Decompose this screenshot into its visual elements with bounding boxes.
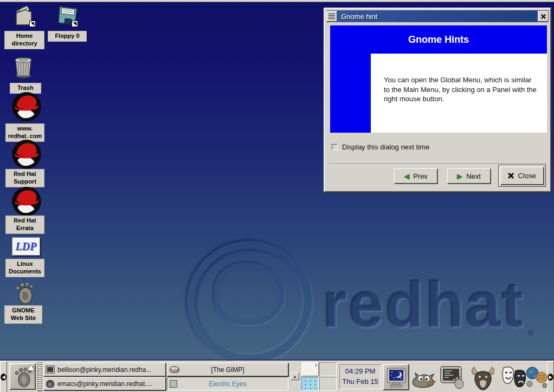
- screen-top-edge: [0, 0, 554, 2]
- close-x-icon: [508, 173, 514, 179]
- redhat-errata-label[interactable]: Red Hat Errata: [5, 215, 44, 234]
- close-button[interactable]: Close: [500, 167, 544, 185]
- redhat-logo-icon: [11, 139, 42, 170]
- panel-hide-right-button[interactable]: ▶: [547, 361, 554, 392]
- solar-system-launcher[interactable]: [525, 365, 549, 390]
- redhat-logo-icon: [11, 91, 42, 122]
- hide-left-arrow-icon: ◀: [1, 374, 7, 381]
- gnu-emacs-icon: [46, 380, 54, 388]
- floppy-label[interactable]: Floppy 0: [48, 31, 87, 42]
- close-x-icon: [541, 14, 546, 19]
- screensaver-monitor-icon: [385, 367, 407, 388]
- emacs-launcher[interactable]: [468, 365, 498, 391]
- gnome-main-menu-button[interactable]: [9, 363, 36, 390]
- shortcut-arrow-badge: ◥: [72, 21, 78, 27]
- terminal-with-foot-icon: [440, 365, 466, 389]
- pager-desktop-2[interactable]: [319, 362, 337, 376]
- close-button-label: Close: [518, 172, 536, 180]
- gnome-hint-dialog: Gnome hint Gnome Hints You can open the …: [324, 8, 551, 192]
- screensaver-applet-button[interactable]: [383, 364, 409, 390]
- redhat-watermark-reg: ®: [529, 329, 534, 338]
- trash-can-icon: [11, 54, 37, 80]
- window-menu-icon: [328, 14, 335, 19]
- ldp-icon[interactable]: LDP: [12, 237, 40, 256]
- hint-header: Gnome Hints: [330, 25, 547, 54]
- next-button[interactable]: ▶ Next: [447, 168, 491, 184]
- gimp-wilber-icon: [411, 365, 436, 388]
- gnome-website-icon[interactable]: [11, 279, 37, 305]
- panel-hide-left-button[interactable]: ◀: [0, 361, 7, 392]
- gimp-wilber-icon: [170, 366, 179, 373]
- planets-icon: [525, 365, 548, 389]
- hide-right-arrow-icon: ▶: [547, 374, 553, 381]
- prev-button-label: Prev: [413, 172, 428, 180]
- hint-body: You can open the Global Menu, which is s…: [371, 54, 547, 133]
- task-emacs[interactable]: emacs@pinky.meridian.redhat....: [43, 377, 166, 390]
- redhat-logo-icon: [11, 186, 42, 217]
- gnome-website-label[interactable]: GNOME Web Site: [4, 305, 42, 324]
- task-label: emacs@pinky.meridian.redhat....: [57, 380, 152, 388]
- redhat-support-icon[interactable]: [11, 139, 42, 170]
- task-the-gimp[interactable]: [The GIMP]: [167, 363, 288, 376]
- linux-documents-label[interactable]: Linux Documents: [5, 259, 44, 277]
- redhat-errata-icon[interactable]: [11, 186, 42, 217]
- dialog-title: Gnome hint: [341, 12, 538, 21]
- gnu-head-icon: [469, 365, 497, 391]
- gimp-launcher[interactable]: [411, 365, 436, 389]
- pager-desktop-3[interactable]: [301, 377, 319, 391]
- clock-applet[interactable]: 04:29 PM Thu Feb 15: [339, 364, 381, 389]
- redhat-watermark-shadowman: [214, 263, 285, 325]
- shortcut-arrow-badge: ◥: [29, 21, 36, 27]
- task-electric-eyes[interactable]: Electric Eyes: [167, 377, 288, 390]
- floppy-icon[interactable]: ◥: [56, 3, 79, 28]
- tasklist-expand-button[interactable]: ▲: [291, 373, 299, 380]
- prev-arrow-icon: ◀: [404, 172, 409, 180]
- pager-desktop-1[interactable]: [301, 362, 319, 376]
- task-bellison-terminal[interactable]: bellison@pinky.meridian.redha...: [43, 363, 166, 376]
- checkbox-label: Display this dialog next time: [342, 143, 429, 151]
- up-arrow-icon: ▲: [293, 375, 297, 378]
- redhat-support-label[interactable]: Red Hat Support: [5, 169, 44, 187]
- home-directory-icon[interactable]: ◥: [13, 3, 37, 28]
- redhat-watermark-circle: [187, 241, 312, 363]
- clock-date: Thu Feb 15: [342, 377, 378, 387]
- task-label: [The GIMP]: [211, 366, 244, 374]
- gnome-panel: ◀ bellison@pinky.meridian.redha... emacs…: [0, 361, 554, 392]
- hint-text: You can open the Global Menu, which is s…: [384, 75, 538, 104]
- terminal-icon: [46, 366, 54, 373]
- gnome-foot-icon: [11, 279, 37, 305]
- task-label: bellison@pinky.meridian.redha...: [57, 366, 151, 374]
- display-next-time-checkbox[interactable]: [332, 144, 338, 150]
- pager-desktop-4[interactable]: [319, 377, 337, 391]
- desk-guide-pager: [301, 362, 337, 391]
- window-close-button[interactable]: [538, 11, 549, 22]
- redhat-watermark-text: redhat: [323, 268, 525, 342]
- panel-drag-handle[interactable]: [37, 362, 42, 391]
- clock-time: 04:29 PM: [345, 367, 376, 377]
- task-label: Electric Eyes: [209, 380, 246, 388]
- display-next-time-row[interactable]: Display this dialog next time: [332, 143, 429, 151]
- menu-popup-triangle-icon: [28, 365, 34, 370]
- prev-button[interactable]: ◀ Prev: [394, 168, 437, 184]
- home-directory-label[interactable]: Home directory: [4, 31, 44, 49]
- next-arrow-icon: ▶: [457, 172, 462, 180]
- next-button-label: Next: [466, 172, 481, 180]
- dialog-titlebar[interactable]: Gnome hint: [326, 10, 549, 22]
- electric-eyes-icon: [170, 380, 177, 388]
- trash-icon[interactable]: [11, 54, 37, 80]
- close-default-ring: Close: [498, 165, 546, 187]
- gnome-terminal-launcher[interactable]: [439, 365, 466, 390]
- ldp-icon-text: LDP: [16, 240, 37, 253]
- window-menu-button[interactable]: [326, 11, 337, 22]
- hint-blue-sidebar: [330, 54, 371, 133]
- redhat-www-icon[interactable]: [11, 91, 42, 122]
